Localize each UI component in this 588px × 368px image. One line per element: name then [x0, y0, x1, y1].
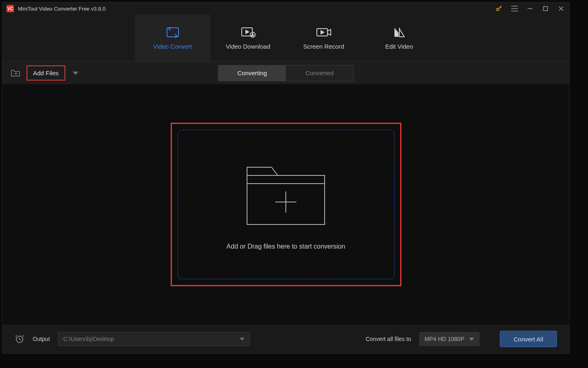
clock-icon[interactable] [15, 334, 24, 344]
svg-marker-21 [240, 338, 245, 341]
convert-all-button[interactable]: Convert All [500, 331, 557, 347]
content-area: Add or Drag files here to start conversi… [2, 84, 569, 325]
format-selected-text: MP4 HD 1080P [425, 336, 464, 342]
output-path-selector[interactable]: C:\Users\bj\Desktop [58, 332, 250, 346]
tab-label: Video Download [226, 43, 270, 50]
menu-icon[interactable] [510, 4, 519, 13]
tab-label: Video Convert [153, 43, 192, 50]
toolbar: Add Files Converting Converted [2, 62, 569, 84]
output-path-text: C:\Users\bj\Desktop [63, 336, 114, 342]
convert-icon [165, 27, 180, 38]
svg-point-0 [497, 8, 499, 11]
tab-video-convert[interactable]: Video Convert [135, 15, 210, 61]
chevron-down-icon[interactable] [73, 72, 78, 75]
tab-label: Screen Record [303, 43, 344, 50]
chevron-down-icon [469, 338, 474, 341]
app-logo-icon: VC [7, 5, 14, 12]
convert-all-label: Convert all files to [365, 336, 411, 342]
sub-tab-converted[interactable]: Converted [286, 65, 353, 81]
tab-edit-video[interactable]: Edit Video [361, 15, 437, 61]
tab-video-download[interactable]: Video Download [210, 15, 286, 61]
titlebar: VC MiniTool Video Converter Free v3.8.0 [2, 2, 569, 15]
add-folder-icon[interactable] [11, 68, 20, 78]
main-tabs: Video Convert Video Download [2, 15, 569, 62]
dropzone-message: Add or Drag files here to start conversi… [227, 243, 345, 250]
dropzone[interactable]: Add or Drag files here to start conversi… [178, 130, 394, 279]
chevron-down-icon [240, 338, 245, 341]
app-window: VC MiniTool Video Converter Free v3.8.0 [2, 2, 570, 354]
sub-tab-converting[interactable]: Converting [218, 65, 286, 81]
download-icon [241, 27, 256, 38]
minimize-button[interactable] [526, 4, 534, 13]
edit-icon [393, 27, 406, 38]
svg-marker-16 [73, 72, 78, 75]
folder-plus-icon [243, 159, 329, 229]
svg-marker-22 [469, 338, 474, 341]
app-title: MiniTool Video Converter Free v3.8.0 [18, 6, 495, 12]
sub-tabs: Converting Converted [218, 65, 354, 81]
dropzone-highlight: Add or Drag files here to start conversi… [171, 123, 401, 286]
titlebar-controls [495, 4, 565, 13]
bottom-bar: Output C:\Users\bj\Desktop Convert all f… [2, 325, 569, 353]
format-selector[interactable]: MP4 HD 1080P [419, 332, 479, 346]
output-label: Output [33, 336, 50, 342]
add-files-button[interactable]: Add Files [27, 65, 65, 81]
svg-rect-5 [543, 7, 548, 11]
key-icon[interactable] [495, 4, 503, 13]
record-icon [316, 27, 332, 38]
tab-screen-record[interactable]: Screen Record [286, 15, 361, 61]
maximize-button[interactable] [541, 4, 550, 13]
close-button[interactable] [557, 4, 565, 13]
tab-label: Edit Video [385, 43, 413, 50]
svg-marker-13 [321, 31, 324, 34]
svg-marker-10 [246, 30, 249, 34]
